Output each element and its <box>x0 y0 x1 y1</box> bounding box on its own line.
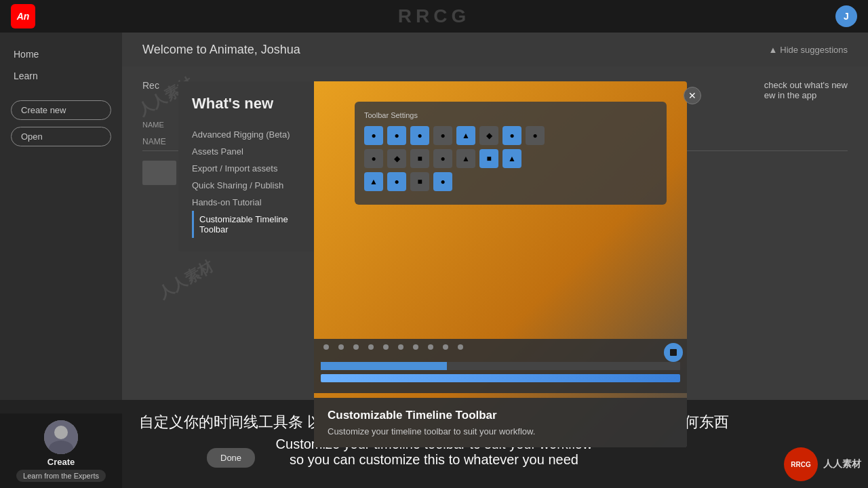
watermark-bottom-right: RRCG 人人素材 <box>784 447 861 481</box>
hide-suggestions-button[interactable]: ▲ Hide suggestions <box>768 45 848 55</box>
tb-btn-3[interactable]: ● <box>410 126 429 145</box>
timeline-track[interactable] <box>321 362 680 370</box>
sidebar-item-home[interactable]: Home <box>0 43 122 65</box>
tb-btn-11[interactable]: ■ <box>410 149 429 168</box>
tb-btn-1[interactable]: ● <box>364 126 383 145</box>
svg-point-1 <box>54 426 68 439</box>
check-whats-new: check out what's new <box>764 80 848 90</box>
create-card: Create Learn from the Experts <box>0 413 122 488</box>
tb-btn-10[interactable]: ◆ <box>387 149 406 168</box>
dot-10 <box>458 344 463 350</box>
whats-new-item-4[interactable]: Hands-on Tutorial <box>192 194 300 211</box>
toolbar-row-2: ● ◆ ■ ● ▲ ■ ▲ <box>364 149 657 168</box>
learn-experts-button[interactable]: Learn from the Experts <box>16 470 106 482</box>
top-bar: An RRCG J <box>0 0 868 33</box>
dot-5 <box>383 344 389 350</box>
tb-btn-16[interactable]: ▲ <box>364 172 383 191</box>
new-in-app: ew in the app <box>764 90 848 100</box>
slide-title: Customizable Timeline Toolbar <box>328 409 673 422</box>
rrcg-logo: RRCG <box>784 447 818 481</box>
tb-btn-7[interactable]: ● <box>502 126 521 145</box>
create-label: Create <box>47 457 75 467</box>
timeline-cursor-inner <box>670 349 677 356</box>
done-button[interactable]: Done <box>207 448 255 468</box>
rrcg-logo-text: RRCG <box>791 461 810 468</box>
tb-btn-17[interactable]: ● <box>387 172 406 191</box>
timeline-area <box>314 339 687 393</box>
dot-3 <box>353 344 359 350</box>
toolbar-row-1: ● ● ● ● ▲ ◆ ● ● <box>364 126 657 145</box>
hide-suggestions-icon: ▲ <box>768 45 777 55</box>
tb-btn-8[interactable]: ● <box>526 126 545 145</box>
whats-new-item-1[interactable]: Assets Panel <box>192 143 300 160</box>
sidebar-item-learn[interactable]: Learn <box>0 65 122 87</box>
welcome-title: Welcome to Animate, Joshua <box>142 43 300 57</box>
app-logo: An <box>11 4 35 28</box>
toolbar-settings-label: Toolbar Settings <box>364 111 657 119</box>
create-avatar <box>44 420 78 454</box>
create-new-button[interactable]: Create new <box>11 100 111 120</box>
tb-btn-14[interactable]: ■ <box>479 149 498 168</box>
toolbar-row-3: ▲ ● ■ ● <box>364 172 657 191</box>
whats-new-item-5[interactable]: Customizable Timeline Toolbar <box>192 211 300 238</box>
slide-description-area: Customizable Timeline Toolbar Customize … <box>314 398 687 447</box>
user-avatar[interactable]: J <box>835 5 857 27</box>
timeline-filled <box>321 362 447 370</box>
hide-suggestions-label: Hide suggestions <box>780 45 848 55</box>
whats-new-panel: What's new Advanced Rigging (Beta) Asset… <box>178 81 314 251</box>
whats-new-title: What's new <box>192 95 300 113</box>
tb-btn-2[interactable]: ● <box>387 126 406 145</box>
dot-8 <box>428 344 433 350</box>
tb-btn-6[interactable]: ◆ <box>479 126 498 145</box>
dot-4 <box>368 344 374 350</box>
tb-btn-15[interactable]: ▲ <box>502 149 521 168</box>
dot-1 <box>323 344 329 350</box>
dot-7 <box>413 344 418 350</box>
modal-close-button[interactable]: ✕ <box>684 87 701 104</box>
rrsc-text: 人人素材 <box>823 458 861 470</box>
timeline-dots <box>314 339 687 355</box>
tb-btn-12[interactable]: ● <box>433 149 452 168</box>
file-thumbnail <box>142 161 176 185</box>
tb-btn-5[interactable]: ▲ <box>456 126 475 145</box>
tb-btn-4[interactable]: ● <box>433 126 452 145</box>
timeline-cursor[interactable] <box>664 343 683 362</box>
tb-btn-9[interactable]: ● <box>364 149 383 168</box>
whats-new-item-3[interactable]: Quick Sharing / Publish <box>192 177 300 194</box>
slide-desc: Customize your timeline toolbar to suit … <box>328 426 673 436</box>
welcome-header: Welcome to Animate, Joshua ▲ Hide sugges… <box>122 33 868 66</box>
dot-6 <box>398 344 403 350</box>
tb-btn-18[interactable]: ■ <box>410 172 429 191</box>
tb-btn-19[interactable]: ● <box>433 172 452 191</box>
watermark-top-rrcg: RRCG <box>398 5 470 27</box>
whats-new-item-2[interactable]: Export / Import assets <box>192 160 300 177</box>
toolbar-preview: Toolbar Settings ● ● ● ● ▲ ◆ ● ● ● ◆ ■ ●… <box>355 102 667 205</box>
dot-9 <box>443 344 448 350</box>
dot-2 <box>338 344 344 350</box>
tb-btn-13[interactable]: ▲ <box>456 149 475 168</box>
slide-content: Toolbar Settings ● ● ● ● ▲ ◆ ● ● ● ◆ ■ ●… <box>314 81 687 447</box>
whats-new-item-0[interactable]: Advanced Rigging (Beta) <box>192 126 300 143</box>
open-button[interactable]: Open <box>11 127 111 146</box>
